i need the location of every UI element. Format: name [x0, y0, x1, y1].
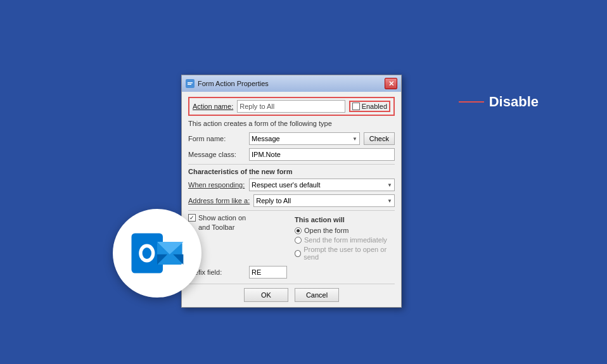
svg-rect-8: [188, 82, 193, 84]
svg-rect-9: [188, 84, 191, 85]
prompt-radio[interactable]: [295, 250, 301, 257]
when-responding-row: When responding: Respect user's default …: [188, 179, 395, 191]
form-name-dropdown[interactable]: Message ▼: [249, 132, 360, 145]
disable-arrow-line: [459, 101, 484, 103]
dialog-close-button[interactable]: ✕: [385, 78, 397, 89]
when-responding-label: When responding:: [188, 181, 245, 189]
dialog-body: Action name: Enabled This action creates…: [182, 92, 401, 307]
show-action-checkbox-row: Show action on: [188, 214, 288, 222]
svg-point-2: [143, 248, 151, 259]
prefix-input[interactable]: [249, 266, 287, 279]
disable-annotation: Disable: [459, 94, 539, 110]
when-responding-dropdown-arrow: ▼: [387, 182, 392, 188]
when-responding-value: Respect user's default: [252, 181, 321, 189]
address-form-row: Address form like a: Reply to All ▼: [188, 194, 395, 207]
form-name-value: Message: [252, 135, 280, 142]
dialog-title: Form Action Properties: [198, 80, 269, 87]
show-action-label: Show action on: [198, 214, 246, 222]
action-name-row: Action name: Enabled: [188, 97, 395, 116]
left-panel: Show action on and Toolbar: [188, 214, 288, 263]
form-name-row: Form name: Message ▼ Check: [188, 132, 395, 145]
send-immediately-radio-row: Send the form immediately: [295, 236, 395, 244]
message-class-input[interactable]: [249, 148, 395, 161]
divider-2: [188, 210, 395, 211]
characteristics-section-label: Characteristics of the new form: [188, 168, 395, 175]
prompt-radio-row: Prompt the user to open or send: [295, 246, 395, 261]
open-form-radio[interactable]: [295, 227, 302, 234]
address-form-dropdown[interactable]: Reply to All ▼: [253, 194, 395, 207]
dialog-titlebar: Form Action Properties ✕: [182, 75, 401, 92]
show-action-section: Show action on and Toolbar This action w…: [188, 214, 395, 263]
cancel-button[interactable]: Cancel: [295, 288, 339, 302]
svg-rect-7: [187, 80, 193, 87]
menu-toolbar-label: and Toolbar: [198, 223, 234, 231]
divider-1: [188, 164, 395, 165]
ok-button[interactable]: OK: [244, 288, 288, 302]
check-button[interactable]: Check: [364, 132, 395, 145]
action-name-label: Action name:: [193, 103, 233, 110]
open-form-label: Open the form: [304, 227, 348, 234]
show-action-checkbox[interactable]: [188, 214, 196, 222]
prefix-row: prefix field:: [188, 266, 395, 279]
address-form-label: Address form like a:: [188, 197, 250, 204]
description-text: This action creates a form of the follow…: [188, 120, 395, 127]
message-class-label: Message class:: [188, 151, 245, 158]
address-form-value: Reply to All: [256, 197, 291, 204]
action-name-input[interactable]: [237, 100, 345, 113]
enabled-checkbox-container: Enabled: [349, 101, 390, 112]
form-name-dropdown-arrow: ▼: [352, 136, 357, 142]
form-name-label: Form name:: [188, 135, 245, 142]
dialog-icon: [186, 79, 195, 88]
form-action-properties-dialog: Form Action Properties ✕ Action name: En…: [181, 75, 402, 308]
send-immediately-label: Send the form immediately: [304, 236, 387, 244]
right-panel: This action will Open the form Send the …: [295, 214, 395, 263]
send-immediately-radio[interactable]: [295, 237, 302, 244]
disable-label: Disable: [489, 94, 539, 110]
address-form-dropdown-arrow: ▼: [387, 198, 392, 204]
prompt-label: Prompt the user to open or send: [304, 246, 395, 261]
dialog-title-left: Form Action Properties: [186, 79, 269, 88]
message-class-row: Message class:: [188, 148, 395, 161]
open-form-radio-row: Open the form: [295, 227, 395, 234]
button-row: OK Cancel: [188, 284, 395, 302]
enabled-checkbox[interactable]: [352, 103, 360, 110]
when-responding-dropdown[interactable]: Respect user's default ▼: [249, 179, 395, 191]
outlook-icon: [113, 209, 201, 298]
enabled-label: Enabled: [362, 103, 387, 110]
this-action-will-label: This action will: [295, 216, 395, 223]
menu-toolbar-row: and Toolbar: [198, 223, 288, 231]
